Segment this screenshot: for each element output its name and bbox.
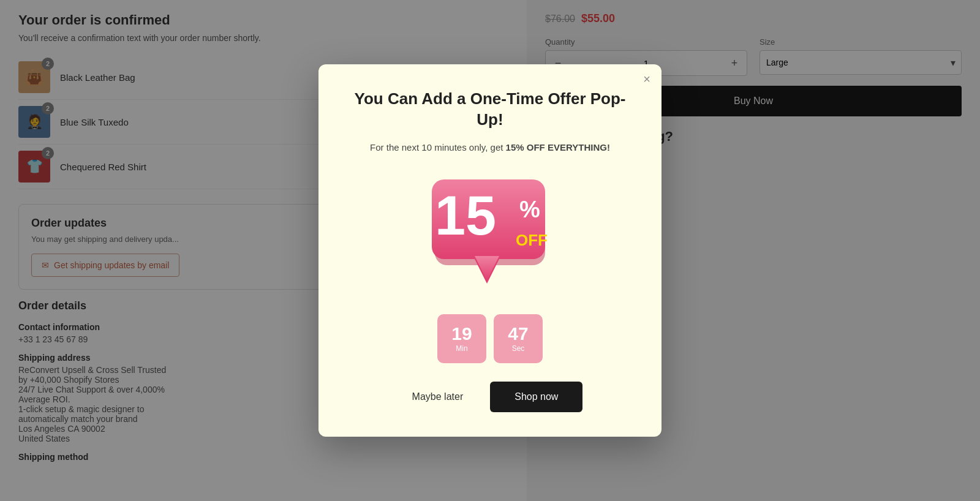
svg-text:OFF: OFF (516, 231, 548, 249)
offer-modal: × You Can Add a One-Time Offer Pop-Up! F… (318, 64, 662, 437)
timer-minutes-box: 19 Min (437, 314, 486, 363)
modal-buttons: Maybe later Shop now (349, 382, 631, 412)
modal-close-button[interactable]: × (643, 73, 650, 85)
shop-now-button[interactable]: Shop now (490, 382, 582, 412)
modal-subtitle: For the next 10 minutes only, get 15% OF… (349, 142, 631, 153)
svg-text:%: % (519, 197, 540, 222)
timer-minutes-label: Min (456, 344, 467, 353)
timer-seconds-box: 47 Sec (494, 314, 543, 363)
modal-subtitle-highlight: 15% OFF EVERYTHING! (506, 142, 610, 153)
modal-subtitle-prefix: For the next 10 minutes only, get (370, 142, 506, 153)
maybe-later-button[interactable]: Maybe later (398, 382, 478, 412)
timer-minutes-value: 19 (451, 325, 472, 343)
svg-marker-3 (475, 256, 499, 281)
svg-text:15: 15 (435, 185, 496, 246)
timer-seconds-value: 47 (508, 325, 528, 343)
modal-title: You Can Add a One-Time Offer Pop-Up! (349, 89, 631, 130)
modal-overlay: × You Can Add a One-Time Offer Pop-Up! F… (0, 0, 980, 501)
discount-badge: 15 % OFF (423, 167, 557, 302)
timer-seconds-label: Sec (512, 344, 525, 353)
timer-row: 19 Min 47 Sec (349, 314, 631, 363)
